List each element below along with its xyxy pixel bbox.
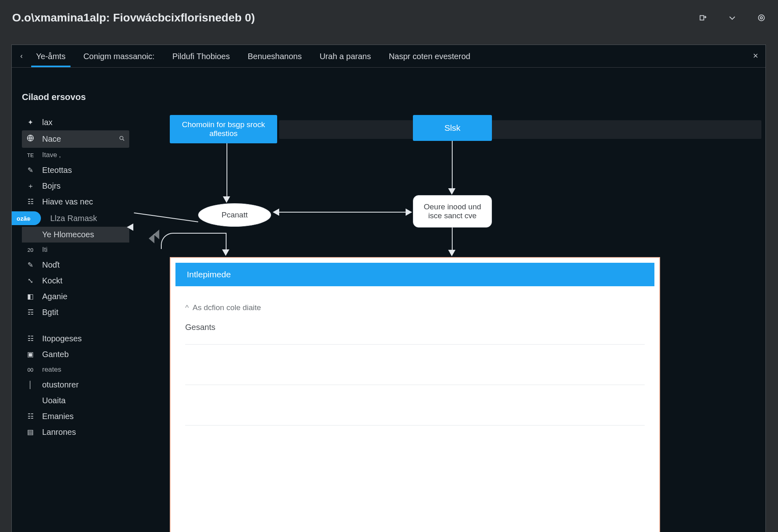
svg-point-2 [760,17,763,19]
tab-strip: ‹ Ye-åmts Conigm massanoic: Pildufi Thob… [12,45,765,68]
sidebar-item[interactable]: ⤡Kockt [22,273,129,289]
share-icon[interactable] [699,13,707,22]
close-tab-icon[interactable]: × [753,51,758,61]
text-icon: TE [26,152,35,158]
card-section-title: Gesants [185,323,645,332]
sidebar-item[interactable]: ◧Aganie [22,289,129,304]
globe-icon [26,134,35,145]
grid-icon: ☷ [26,334,35,343]
sidebar-item[interactable]: 20Iti [22,243,129,257]
sidebar-item-label: Bgtit [42,308,58,317]
flow-band [279,120,761,139]
sidebar-item[interactable]: ✎Noďt [22,257,129,273]
flow-canvas[interactable]: Chomoiin for bsgp srock aflestios Slsk P… [129,68,765,532]
card-row[interactable] [185,344,645,385]
sidebar-item[interactable]: ☷Emanies [22,409,129,424]
window-title: O.o\xmamina1alp: Fiovwácbcixflorisnedeb … [12,11,255,24]
back-button[interactable]: ‹ [16,52,27,60]
sidebar-item-label: Itopogeses [42,334,82,343]
num-icon: 20 [26,247,35,253]
tab-3[interactable]: Benueshanons [239,45,310,67]
sidebar-list-3: ☷Itopogeses ▣Ganteb 00reates │otustonrer… [22,331,129,440]
card-row[interactable] [185,385,645,425]
flow-node-start[interactable]: Chomoiin for bsgp srock aflestios [170,115,277,143]
gear-ring-icon[interactable] [757,13,766,22]
title-bar: O.o\xmamina1alp: Fiovwácbcixflorisnedeb … [0,0,778,36]
sidebar-item-label: lax [42,118,53,127]
sidebar-item[interactable]: ☶Bgtit [22,304,129,320]
tab-5[interactable]: Naspr coten evesterod [380,45,479,67]
diamond-icon: ✦ [26,118,35,127]
sidebar-item-label: Bojrs [42,181,61,191]
grid-icon: ☷ [26,198,35,206]
sidebar-item-label: Iti [42,246,47,254]
sidebar-item[interactable]: ▤Lanrones [22,424,129,440]
chevron-down-icon[interactable] [728,13,737,22]
tab-4[interactable]: Urah a parans [311,45,380,67]
sidebar-item-label: Ye Hlomecoes [42,230,94,239]
sidebar-item-label: Itave , [42,151,61,159]
sidebar-item[interactable]: ☷Itopogeses [22,331,129,347]
sidebar-item-label: otustonrer [42,380,79,389]
sidebar-list: ✦lax Nace TEItave , ✎Eteottas ＋Bojrs ☷Hi… [22,115,129,210]
sidebar-item[interactable]: ☷Hiave vas nec [22,194,129,210]
num-icon: 00 [26,367,35,373]
sidebar: Cilaod ersovos ✦lax Nace TEItave , ✎Eteo… [12,68,129,532]
pencil-icon: ✎ [26,166,35,174]
sidebar-search-label: Nace [42,134,61,144]
sidebar-item[interactable]: Uoaita [22,393,129,409]
square-icon: ◧ [26,292,35,301]
sidebar-badge-label: Llza Ramask [50,214,97,223]
box-icon: ▣ [26,350,35,359]
sidebar-item[interactable]: │otustonrer [22,377,129,393]
card-meta: As dcfion cole diaite [185,303,645,312]
sidebar-title: Cilaod ersovos [22,92,129,102]
card-header[interactable]: Intlepimede [175,263,654,286]
bar-icon: │ [26,381,35,389]
bars-icon: ☶ [26,308,35,317]
sidebar-item[interactable]: TEItave , [22,148,129,162]
sidebar-item-label: Eteottas [42,166,72,175]
card-body: As dcfion cole diaite Gesants [171,291,659,478]
list-icon: ▤ [26,428,35,436]
sidebar-item-label: Ganteb [42,350,69,359]
chart-icon: ⤡ [26,277,35,285]
tab-1[interactable]: Conigm massanoic: [75,45,164,67]
title-icons [699,13,766,22]
sidebar-item[interactable]: ✎Eteottas [22,162,129,178]
body: Cilaod ersovos ✦lax Nace TEItave , ✎Eteo… [12,68,765,532]
sidebar-item-label: Hiave vas nec [42,197,93,206]
sidebar-item-label: Noďt [42,260,60,270]
tab-2[interactable]: Pildufi Thobioes [163,45,239,67]
sidebar-item-label: Kockt [42,276,62,285]
sidebar-badge: oză⍟ [12,211,41,225]
sidebar-search[interactable]: Nace [22,130,129,148]
sidebar-item-label: Emanies [42,412,74,421]
sidebar-badge-row[interactable]: oză⍟ Llza Ramask [12,211,129,225]
pencil-icon: ✎ [26,261,35,269]
sidebar-item[interactable]: ▣Ganteb [22,347,129,362]
detail-card: Intlepimede As dcfion cole diaite Gesant… [170,257,660,532]
sidebar-item-label: Uoaita [42,396,66,405]
sidebar-list-2: Ye Hlomecoes 20Iti ✎Noďt ⤡Kockt ◧Aganie … [22,227,129,320]
grid-icon: ☷ [26,412,35,421]
flow-node-slsk[interactable]: Slsk [413,115,492,141]
card-rows [185,344,645,466]
svg-rect-0 [700,16,704,20]
tab-0[interactable]: Ye-åmts [27,45,75,67]
flow-node-oval[interactable]: Pcanatt [198,203,271,227]
main-window: ‹ Ye-åmts Conigm massanoic: Pildufi Thob… [11,45,766,532]
sidebar-item[interactable]: ＋Bojrs [22,178,129,194]
sidebar-item[interactable]: ✦lax [22,115,129,130]
svg-point-1 [759,15,765,21]
svg-point-4 [120,136,123,139]
sidebar-item-label: reates [42,366,61,374]
sidebar-item-label: Lanrones [42,428,76,437]
card-row[interactable] [185,425,645,466]
sidebar-item-label: Aganie [42,292,67,301]
sidebar-item[interactable]: 00reates [22,362,129,377]
search-icon[interactable] [119,135,125,143]
sidebar-item-highlight[interactable]: Ye Hlomecoes [22,227,129,243]
flow-node-box3[interactable]: Oeure inood und isce sanct cve [413,195,492,228]
plus-icon: ＋ [26,181,35,191]
